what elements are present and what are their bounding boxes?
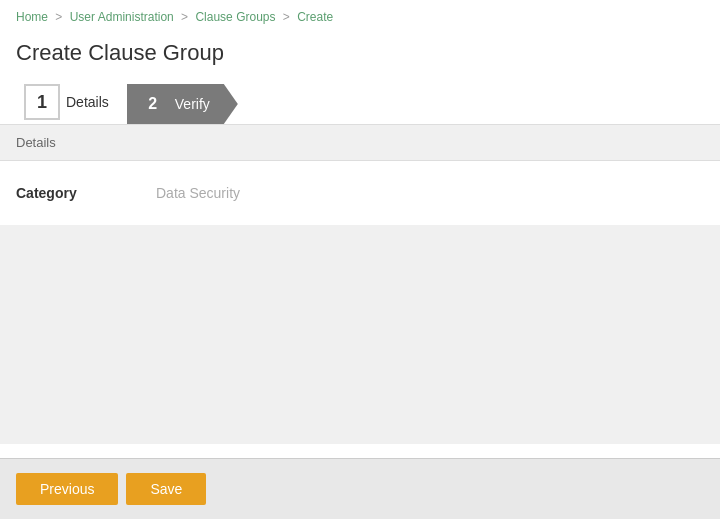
breadcrumb: Home > User Administration > Clause Grou… <box>0 0 720 30</box>
breadcrumb-sep-1: > <box>55 10 65 24</box>
detail-value: Data Security <box>156 185 240 201</box>
wizard-tabs: 1 Details 2 Verify <box>0 80 720 124</box>
footer-bar: Previous Save <box>0 458 720 519</box>
breadcrumb-user-admin[interactable]: User Administration <box>70 10 174 24</box>
step2-number: 2 <box>139 90 167 118</box>
step2-arrow: 2 Verify <box>127 84 238 124</box>
breadcrumb-create: Create <box>297 10 333 24</box>
breadcrumb-sep-2: > <box>181 10 191 24</box>
save-button[interactable]: Save <box>126 473 206 505</box>
page-wrapper: Home > User Administration > Clause Grou… <box>0 0 720 519</box>
breadcrumb-home[interactable]: Home <box>16 10 48 24</box>
detail-row: Category Data Security <box>16 177 704 209</box>
wizard-step-1[interactable]: 1 Details <box>16 80 127 124</box>
step1-number: 1 <box>24 84 60 120</box>
detail-table: Category Data Security <box>0 161 720 225</box>
page-title: Create Clause Group <box>0 30 720 80</box>
breadcrumb-sep-3: > <box>283 10 293 24</box>
step1-label: Details <box>66 94 109 110</box>
step2-label: Verify <box>175 96 210 112</box>
content-area: Details Category Data Security <box>0 124 720 444</box>
section-header: Details <box>0 125 720 161</box>
previous-button[interactable]: Previous <box>16 473 118 505</box>
detail-label: Category <box>16 185 156 201</box>
breadcrumb-clause-groups[interactable]: Clause Groups <box>195 10 275 24</box>
wizard-step-2[interactable]: 2 Verify <box>127 84 238 124</box>
